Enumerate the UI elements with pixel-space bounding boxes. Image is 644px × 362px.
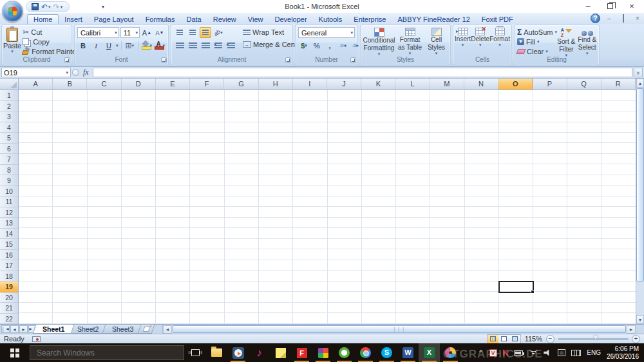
row-header-5[interactable]: 5 — [0, 133, 18, 144]
row-header-13[interactable]: 13 — [0, 218, 18, 229]
row-header-4[interactable]: 4 — [0, 122, 18, 133]
row-header-18[interactable]: 18 — [0, 271, 18, 282]
row-header-20[interactable]: 20 — [0, 292, 18, 303]
row-header-2[interactable]: 2 — [0, 101, 18, 112]
font-family-combo[interactable]: Calibri▾ — [77, 27, 119, 38]
find-select-button[interactable]: Find & Select ▾ — [577, 26, 598, 56]
paste-button[interactable]: Paste ▾ — [3, 26, 21, 56]
touch-keyboard-icon[interactable] — [571, 350, 581, 356]
zoom-slider-handle[interactable] — [593, 336, 598, 339]
formula-input[interactable] — [93, 68, 632, 77]
tab-abbyy-finereader-12[interactable]: ABBYY FineReader 12 — [392, 14, 475, 24]
column-header-B[interactable]: B — [53, 79, 87, 90]
row-header-22[interactable]: 22 — [0, 314, 18, 325]
cell-styles-button[interactable]: Cell Styles ▾ — [424, 26, 449, 56]
clear-button[interactable]: Clear▾ — [516, 46, 556, 56]
page-break-view-button[interactable] — [509, 335, 520, 343]
sheet-tab-sheet3[interactable]: Sheet3 — [102, 325, 143, 334]
format-cells-button[interactable]: Format ▾ — [489, 26, 510, 56]
insert-cells-button[interactable]: Insert ▾ — [455, 26, 471, 56]
vertical-scrollbar[interactable]: ▲ ▼ — [636, 79, 644, 324]
column-header-G[interactable]: G — [224, 79, 258, 90]
row-header-15[interactable]: 15 — [0, 239, 18, 250]
taskbar-app-chrome[interactable] — [355, 343, 376, 362]
tab-enterprise[interactable]: Enterprise — [348, 14, 392, 24]
clipboard-dialog-launcher[interactable] — [64, 57, 70, 63]
vertical-scroll-thumb[interactable] — [636, 88, 644, 281]
action-center-icon[interactable] — [558, 349, 565, 356]
align-middle-button[interactable] — [187, 27, 198, 38]
tab-view[interactable]: View — [242, 14, 269, 24]
wifi-icon[interactable] — [529, 350, 538, 356]
undo-button[interactable]: ↶▾ — [41, 3, 51, 11]
number-format-combo[interactable]: General▾ — [298, 27, 355, 38]
office-button[interactable] — [2, 1, 23, 22]
column-header-E[interactable]: E — [156, 79, 190, 90]
format-as-table-button[interactable]: Format as Table ▾ — [397, 26, 424, 56]
font-dialog-launcher[interactable] — [161, 57, 167, 63]
column-header-N[interactable]: N — [464, 79, 498, 90]
taskbar-app-photos[interactable] — [312, 343, 334, 362]
restore-button[interactable] — [599, 0, 621, 12]
taskbar-search-box[interactable] — [30, 345, 184, 360]
taskbar-app-music-app[interactable]: ♪ — [249, 343, 270, 362]
font-color-button[interactable]: A▾ — [154, 40, 166, 51]
row-header-14[interactable]: 14 — [0, 229, 18, 240]
align-left-button[interactable] — [174, 40, 185, 51]
taskbar-app-word[interactable]: W — [397, 343, 419, 362]
zoom-level[interactable]: 115% — [525, 335, 542, 343]
column-header-K[interactable]: K — [361, 79, 395, 90]
delete-cells-button[interactable]: Delete ▾ — [471, 26, 489, 56]
align-right-button[interactable] — [200, 40, 211, 51]
row-header-21[interactable]: 21 — [0, 303, 18, 314]
minimize-button[interactable]: – — [577, 0, 599, 12]
row-header-9[interactable]: 9 — [0, 175, 18, 186]
close-button[interactable]: × — [621, 0, 643, 12]
selected-cell[interactable] — [498, 281, 534, 293]
zoom-out-button[interactable]: − — [546, 335, 554, 343]
alignment-dialog-launcher[interactable] — [285, 57, 291, 63]
workbook-minimize-button[interactable]: – — [604, 15, 614, 22]
battery-icon[interactable] — [514, 350, 523, 356]
column-header-F[interactable]: F — [190, 79, 224, 90]
previous-sheet-button[interactable]: ◄ — [10, 325, 19, 333]
fill-button[interactable]: ▼Fill▾ — [516, 37, 556, 46]
tray-expand-icon[interactable]: ⌃ — [478, 349, 483, 356]
first-sheet-button[interactable]: ❘◄ — [1, 325, 10, 333]
row-header-17[interactable]: 17 — [0, 260, 18, 271]
column-header-O[interactable]: O — [498, 79, 533, 90]
name-box-dropdown-icon[interactable]: ▾ — [66, 70, 68, 75]
increase-decimal-button[interactable]: .0◂ — [337, 40, 348, 51]
taskbar-app-sticky-notes[interactable] — [270, 343, 291, 362]
autosum-button[interactable]: ΣAutoSum▾ — [516, 27, 556, 37]
taskbar-app-green-browser[interactable] — [334, 343, 355, 362]
workbook-restore-button[interactable] — [618, 15, 629, 22]
taskbar-app-graphics-app[interactable] — [440, 343, 461, 362]
accounting-format-button[interactable]: $▾ — [298, 40, 310, 51]
row-header-8[interactable]: 8 — [0, 165, 18, 176]
column-header-C[interactable]: C — [87, 79, 121, 90]
insert-function-button[interactable]: fx — [80, 68, 91, 77]
increase-indent-button[interactable] — [225, 40, 237, 51]
tab-home[interactable]: Home — [27, 14, 59, 24]
tab-data[interactable]: Data — [180, 14, 207, 24]
tab-foxit-pdf[interactable]: Foxit PDF — [476, 14, 519, 24]
row-header-19[interactable]: 19 — [0, 281, 18, 292]
insert-worksheet-tab[interactable] — [138, 325, 155, 334]
taskbar-app-file-explorer[interactable] — [206, 343, 227, 362]
normal-view-button[interactable] — [488, 335, 498, 343]
percent-style-button[interactable]: % — [311, 40, 323, 51]
language-indicator[interactable]: ENG — [587, 349, 601, 356]
row-header-6[interactable]: 6 — [0, 144, 18, 155]
column-header-H[interactable]: H — [259, 79, 293, 90]
kaspersky-tray-icon[interactable]: K — [503, 348, 509, 357]
name-box[interactable]: O19▾ — [1, 68, 71, 77]
column-header-L[interactable]: L — [395, 79, 430, 90]
fill-color-button[interactable]: ▾ — [141, 40, 153, 51]
row-header-7[interactable]: 7 — [0, 154, 18, 165]
row-header-10[interactable]: 10 — [0, 186, 18, 197]
tab-kutools[interactable]: Kutools — [313, 14, 348, 24]
column-header-P[interactable]: P — [533, 79, 567, 90]
horizontal-scroll-thumb[interactable]: ❘❘❘ — [173, 325, 626, 333]
conditional-formatting-button[interactable]: Conditional Formatting ▾ — [363, 26, 396, 56]
